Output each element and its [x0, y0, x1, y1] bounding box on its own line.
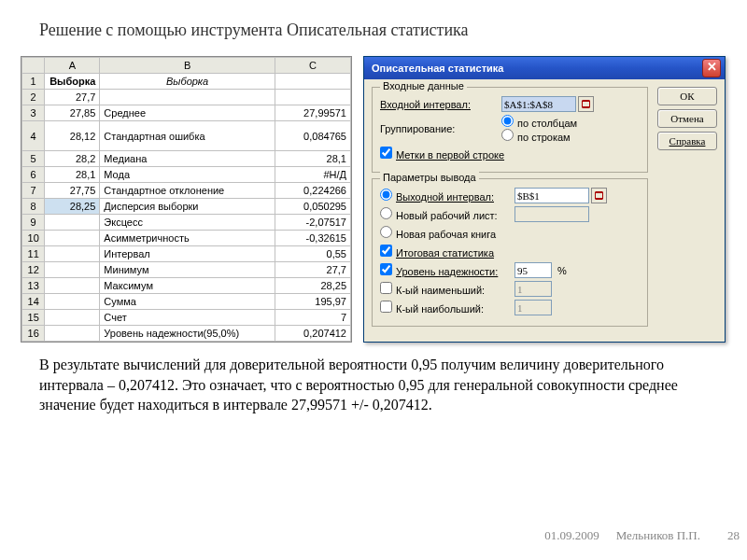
cell[interactable]: 0,084765	[275, 121, 350, 151]
cell[interactable]: 195,97	[275, 294, 350, 310]
radio-by-rows[interactable]: по строкам	[501, 129, 577, 143]
cell[interactable]: 28,12	[45, 121, 100, 151]
cell[interactable]	[45, 294, 100, 310]
group-output-params: Параметры вывода Выходной интервал: Новы…	[372, 178, 648, 327]
cell[interactable]	[45, 215, 100, 231]
checkbox-confidence-level[interactable]: Уровень надежности:	[380, 263, 514, 277]
cell[interactable]: 27,85	[45, 105, 100, 121]
cell[interactable]: 27,99571	[275, 105, 350, 121]
cell[interactable]: 27,75	[45, 183, 100, 199]
cell[interactable]: 27,7	[45, 90, 100, 105]
cell[interactable]: 7	[275, 310, 350, 326]
cell[interactable]: 28,2	[45, 151, 100, 167]
corner-cell[interactable]	[22, 58, 45, 74]
radio-new-worksheet[interactable]: Новый рабочий лист:	[380, 207, 514, 221]
cell[interactable]: Сумма	[100, 294, 275, 310]
row-header[interactable]: 1	[22, 74, 45, 90]
row-header[interactable]: 5	[22, 151, 45, 167]
row-header[interactable]: 2	[22, 90, 45, 105]
row-header[interactable]: 9	[22, 215, 45, 231]
cell[interactable]: 27,7	[275, 262, 350, 278]
confidence-field[interactable]	[514, 262, 552, 278]
cell[interactable]: 0,050295	[275, 199, 350, 215]
group-input-data: Входные данные Входной интервал: Группир…	[372, 87, 648, 173]
output-range-field[interactable]	[514, 188, 589, 203]
checkbox-kth-largest[interactable]: К-ый наибольший:	[380, 301, 514, 315]
cell[interactable]	[275, 74, 350, 90]
row-header[interactable]: 11	[22, 246, 45, 262]
row-header[interactable]: 4	[22, 121, 45, 151]
percent-label: %	[557, 265, 567, 276]
cell[interactable]: 28,25	[275, 278, 350, 294]
page-title: Решение с помощью инструмента Описательн…	[39, 21, 469, 40]
cell[interactable]	[45, 246, 100, 262]
label-grouping: Группирование:	[380, 123, 501, 134]
range-picker-icon[interactable]	[578, 96, 594, 112]
cell[interactable]: 28,1	[275, 151, 350, 167]
radio-output-range[interactable]: Выходной интервал:	[380, 189, 514, 203]
group-title: Входные данные	[380, 80, 467, 91]
cell[interactable]: Выборка	[100, 74, 275, 90]
range-picker-icon[interactable]	[591, 188, 607, 203]
cell[interactable]: Дисперсия выборки	[100, 199, 275, 215]
cell[interactable]: 0,224266	[275, 183, 350, 199]
cell[interactable]: Счет	[100, 310, 275, 326]
row-header[interactable]: 16	[22, 326, 45, 342]
cell[interactable]: Медиана	[100, 151, 275, 167]
radio-new-workbook[interactable]: Новая рабочая книга	[380, 226, 496, 240]
row-header[interactable]: 7	[22, 183, 45, 199]
col-header-a[interactable]: A	[45, 58, 100, 74]
titlebar[interactable]: Описательная статистика ✕	[364, 57, 725, 79]
cell[interactable]: Эксцесс	[100, 215, 275, 231]
cell[interactable]: Среднее	[100, 105, 275, 121]
cell[interactable]: Асимметричность	[100, 231, 275, 246]
cell[interactable]: Стандартная ошибка	[100, 121, 275, 151]
input-range-field[interactable]	[501, 96, 576, 112]
cell[interactable]: Интервал	[100, 246, 275, 262]
cell[interactable]: Мода	[100, 167, 275, 183]
row-header[interactable]: 14	[22, 294, 45, 310]
cell[interactable]: Стандартное отклонение	[100, 183, 275, 199]
group-title: Параметры вывода	[380, 172, 479, 183]
close-icon[interactable]: ✕	[702, 59, 721, 77]
cell[interactable]	[45, 278, 100, 294]
row-header[interactable]: 10	[22, 231, 45, 246]
kth-largest-field	[514, 300, 552, 315]
row-header[interactable]: 15	[22, 310, 45, 326]
cell[interactable]: -2,07517	[275, 215, 350, 231]
cell[interactable]: Минимум	[100, 262, 275, 278]
cell[interactable]	[45, 310, 100, 326]
cell[interactable]	[45, 262, 100, 278]
cell[interactable]: Выборка	[45, 74, 100, 90]
cell[interactable]: Уровень надежности(95,0%)	[100, 326, 275, 342]
cell[interactable]: 28,1	[45, 167, 100, 183]
row-header[interactable]: 13	[22, 278, 45, 294]
ok-button[interactable]: ОК	[657, 87, 717, 105]
page-number: 28	[727, 528, 740, 543]
cell-selected[interactable]: 28,25	[45, 199, 100, 215]
checkbox-kth-smallest[interactable]: К-ый наименьший:	[380, 282, 514, 296]
cell[interactable]: -0,32615	[275, 231, 350, 246]
cell[interactable]: 0,55	[275, 246, 350, 262]
cancel-button[interactable]: Отмена	[657, 109, 717, 128]
row-header[interactable]: 12	[22, 262, 45, 278]
cell[interactable]: Максимум	[100, 278, 275, 294]
help-button[interactable]: Справка	[657, 132, 717, 150]
dialog-title: Описательная статистика	[372, 63, 504, 74]
col-header-b[interactable]: B	[100, 58, 275, 74]
checkbox-labels-first-row[interactable]: Метки в первой строке	[380, 147, 504, 161]
cell[interactable]	[100, 90, 275, 105]
label-input-range: Входной интервал:	[380, 99, 501, 110]
cell[interactable]	[45, 326, 100, 342]
row-header[interactable]: 6	[22, 167, 45, 183]
col-header-c[interactable]: C	[275, 58, 350, 74]
cell[interactable]	[275, 90, 350, 105]
cell[interactable]	[45, 231, 100, 246]
checkbox-summary-stats[interactable]: Итоговая статистика	[380, 245, 494, 259]
spreadsheet: A B C 1 Выборка Выборка 2 27,7 3 27,85 С…	[21, 56, 352, 343]
radio-by-columns[interactable]: по столбцам	[501, 115, 577, 129]
cell[interactable]: 0,207412	[275, 326, 350, 342]
row-header[interactable]: 3	[22, 105, 45, 121]
row-header[interactable]: 8	[22, 199, 45, 215]
cell[interactable]: #Н/Д	[275, 167, 350, 183]
